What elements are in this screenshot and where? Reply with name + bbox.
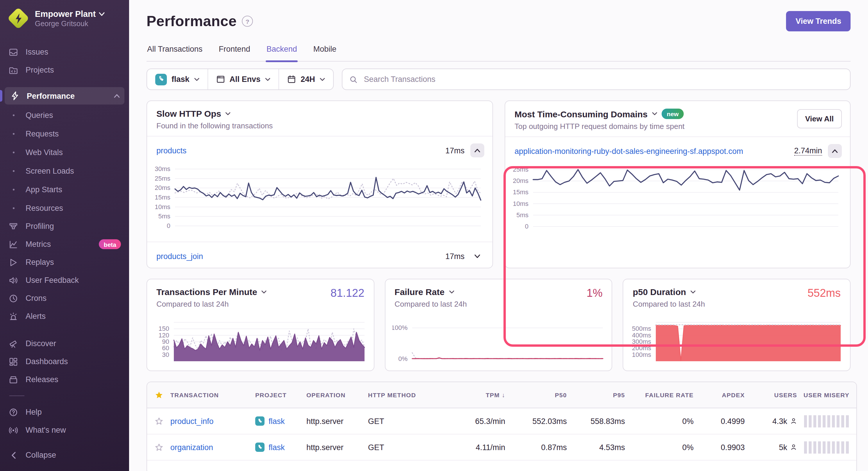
collapse-products-button[interactable] — [470, 143, 484, 157]
tab-frontend[interactable]: Frontend — [218, 45, 251, 61]
sidebar-item-screen-loads[interactable]: Screen Loads — [0, 162, 129, 180]
help-tooltip-icon[interactable]: ? — [242, 16, 253, 27]
products-join-link[interactable]: products_join — [156, 252, 203, 261]
chevron-up-icon — [832, 149, 838, 153]
bullet-icon — [8, 189, 19, 190]
col-failure-rate[interactable]: FAILURE RATE — [645, 392, 696, 398]
org-switcher[interactable]: Empower Plant George Gritsouk — [0, 7, 129, 29]
col-tpm-sorted[interactable]: TPM ↓ — [486, 392, 507, 398]
sidebar-item-performance[interactable]: Performance — [5, 87, 124, 105]
sidebar-item-profiling[interactable]: Profiling — [0, 217, 129, 235]
domains-title[interactable]: Most Time-Consuming Domains — [515, 109, 648, 119]
transaction-link[interactable]: product_info — [170, 417, 214, 426]
environment-icon — [216, 75, 225, 83]
sidebar-item-app-starts[interactable]: App Starts — [0, 180, 129, 199]
col-apdex[interactable]: APDEX — [722, 392, 747, 398]
sidebar-item-replays[interactable]: Replays — [0, 253, 129, 271]
sidebar-item-requests[interactable]: Requests — [0, 124, 129, 143]
tpm-value: 81.122 — [331, 287, 364, 300]
table-row: organization flask http.server GET 4.11/… — [147, 434, 856, 461]
telescope-icon — [8, 339, 19, 348]
svg-text:30ms: 30ms — [155, 165, 170, 172]
chevron-down-icon — [265, 77, 270, 81]
col-user-misery[interactable]: USER MISERY — [803, 392, 857, 398]
environment-filter[interactable]: All Envs — [208, 69, 279, 90]
page-filter-control: flask All Envs 24H — [147, 69, 334, 90]
col-http-method[interactable]: HTTP METHOD — [368, 392, 442, 398]
star-toggle[interactable] — [154, 443, 163, 451]
sidebar-item-web-vitals[interactable]: Web Vitals — [0, 143, 129, 162]
col-p95[interactable]: P95 — [613, 392, 627, 398]
date-range-filter[interactable]: 24H — [278, 69, 333, 90]
slow-http-ops-chart: 30ms25ms20ms15ms10ms5ms0 — [149, 164, 487, 242]
sidebar-item-queries[interactable]: Queries — [0, 106, 129, 124]
tab-mobile[interactable]: Mobile — [313, 45, 337, 61]
sidebar-item-user-feedback[interactable]: User Feedback — [0, 271, 129, 289]
sidebar-item-whats-new[interactable]: What's new — [0, 421, 129, 439]
projects-icon — [8, 65, 19, 75]
search-input[interactable] — [363, 74, 843, 84]
failure-rate-title[interactable]: Failure Rate — [395, 287, 444, 297]
chevron-down-icon — [320, 77, 325, 81]
chevron-down-icon — [448, 290, 454, 294]
view-all-button[interactable]: View All — [797, 109, 842, 128]
issues-icon — [8, 47, 19, 57]
project-filter[interactable]: flask — [147, 69, 208, 90]
sidebar-item-crons[interactable]: Crons — [0, 289, 129, 307]
sidebar-item-discover[interactable]: Discover — [0, 335, 129, 352]
tab-all-transactions[interactable]: All Transactions — [147, 45, 203, 61]
col-transaction[interactable]: TRANSACTION — [170, 392, 255, 398]
broadcast-icon — [8, 426, 19, 435]
svg-text:5ms: 5ms — [158, 212, 170, 220]
chevron-down-icon — [474, 254, 480, 258]
sidebar-item-dashboards[interactable]: Dashboards — [0, 352, 129, 371]
star-toggle[interactable] — [154, 417, 163, 426]
p50-title[interactable]: p50 Duration — [633, 287, 686, 297]
p95-cell: 558.83ms — [590, 417, 627, 426]
sidebar-item-alerts[interactable]: Alerts — [0, 307, 129, 325]
products-link[interactable]: products — [156, 146, 187, 155]
slow-http-ops-card: Slow HTTP Ops Found in the following tra… — [147, 100, 493, 268]
sidebar-item-issues[interactable]: Issues — [0, 43, 129, 61]
svg-text:120: 120 — [158, 332, 169, 339]
tpm-cell: 65.3/min — [475, 417, 507, 426]
project-cell[interactable]: flask — [255, 416, 306, 426]
slow-http-ops-title[interactable]: Slow HTTP Ops — [156, 109, 221, 119]
user-misery-score-bar — [804, 415, 849, 427]
domain-time-spent[interactable]: 2.74min — [794, 146, 822, 156]
sidebar-item-projects[interactable]: Projects — [0, 61, 129, 79]
sidebar-item-help[interactable]: Help — [0, 403, 129, 421]
project-cell[interactable]: flask — [255, 442, 306, 452]
tab-backend[interactable]: Backend — [266, 45, 298, 61]
sidebar-item-resources[interactable]: Resources — [0, 199, 129, 217]
svg-text:300ms: 300ms — [632, 338, 651, 345]
view-trends-button[interactable]: View Trends — [786, 11, 850, 31]
col-operation[interactable]: OPERATION — [306, 392, 368, 398]
sidebar-item-releases[interactable]: Releases — [0, 371, 129, 389]
col-users[interactable]: USERS — [774, 392, 799, 398]
sidebar-divider — [9, 396, 24, 396]
transaction-link[interactable]: organization — [170, 443, 213, 451]
chevron-down-icon — [261, 290, 267, 294]
http-method-cell: GET — [368, 417, 442, 426]
collapse-domain-button[interactable] — [828, 144, 842, 158]
sidebar: Empower Plant George Gritsouk Issues Pro… — [0, 0, 129, 471]
tpm-card: Transactions Per Minute Compared to last… — [147, 279, 374, 371]
chevron-up-icon — [114, 94, 120, 98]
expand-products-join-button[interactable] — [470, 249, 484, 263]
sidebar-item-metrics[interactable]: Metrics beta — [0, 235, 129, 253]
chevron-down-icon — [99, 12, 105, 16]
tpm-title[interactable]: Transactions Per Minute — [156, 287, 257, 297]
chevron-down-icon — [652, 112, 657, 115]
domain-link[interactable]: application-monitoring-ruby-dot-sales-en… — [515, 147, 743, 155]
products-join-duration: 17ms — [445, 252, 465, 261]
star-header-icon[interactable] — [154, 391, 163, 399]
col-project[interactable]: PROJECT — [255, 392, 306, 398]
svg-text:15ms: 15ms — [155, 194, 170, 201]
table-header: TRANSACTION PROJECT OPERATION HTTP METHO… — [147, 382, 856, 408]
svg-text:0: 0 — [525, 223, 528, 230]
col-p50[interactable]: P50 — [555, 392, 569, 398]
transaction-row-products-join: products_join 17ms — [147, 242, 492, 270]
sidebar-collapse-button[interactable]: Collapse — [0, 446, 129, 464]
svg-text:20ms: 20ms — [513, 177, 528, 184]
